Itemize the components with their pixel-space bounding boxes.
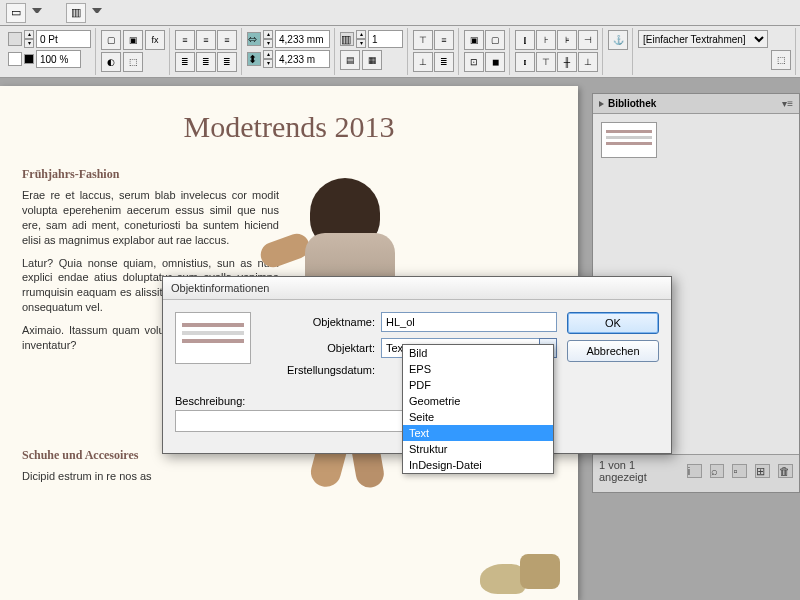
swatch-icon — [24, 54, 34, 64]
corner-icon[interactable]: ⬚ — [123, 52, 143, 72]
screen-mode-icon[interactable]: ▥ — [66, 3, 86, 23]
ok-button[interactable]: OK — [567, 312, 659, 334]
width-icon: ⬄ — [247, 32, 261, 46]
object-type-label: Objektart: — [261, 342, 381, 354]
dropdown-option[interactable]: Seite — [403, 409, 553, 425]
search-icon[interactable]: ⌕ — [710, 464, 725, 478]
align-right-icon[interactable]: ≡ — [217, 30, 237, 50]
dropdown-arrow-icon[interactable] — [92, 8, 102, 18]
view-mode-icon[interactable]: ▭ — [6, 3, 26, 23]
justify-last-icon[interactable]: ≣ — [196, 52, 216, 72]
quick-apply-icon[interactable]: ⬚ — [771, 50, 791, 70]
section-heading: Frühjahrs-Fashion — [22, 166, 279, 182]
body-text: Erae re et laccus, serum blab invelecus … — [22, 188, 279, 247]
new-item-icon[interactable]: ⊞ — [755, 464, 770, 478]
valign-bot-icon[interactable]: ⊥ — [413, 52, 433, 72]
dist-mid-icon[interactable]: ╫ — [557, 52, 577, 72]
panel-menu-icon[interactable]: ▾≡ — [782, 98, 793, 109]
dist-bot-icon[interactable]: ⊥ — [578, 52, 598, 72]
new-icon[interactable]: ▫ — [732, 464, 747, 478]
dist-center-icon[interactable]: ⊧ — [557, 30, 577, 50]
valign-mid-icon[interactable]: ≡ — [434, 30, 454, 50]
fx-icon[interactable]: fx — [145, 30, 165, 50]
dropdown-arrow-icon[interactable] — [32, 8, 42, 18]
body-text: Dicipid estrum in re nos as — [22, 469, 279, 484]
disclosure-triangle-icon[interactable] — [599, 101, 604, 107]
stroke-weight-field[interactable]: ▴▾ — [8, 30, 91, 48]
dropdown-option[interactable]: Struktur — [403, 441, 553, 457]
width-input[interactable] — [275, 30, 330, 48]
panel-tab[interactable]: Bibliothek ▾≡ — [593, 94, 799, 114]
status-text: 1 von 1 angezeigt — [599, 459, 679, 483]
dist-left-icon[interactable]: ⊦ — [536, 30, 556, 50]
dropdown-option[interactable]: Geometrie — [403, 393, 553, 409]
panel-title: Bibliothek — [608, 98, 656, 109]
library-item-thumb[interactable] — [601, 122, 657, 158]
creation-date-label: Erstellungsdatum: — [261, 364, 381, 376]
page-title: Modetrends 2013 — [0, 86, 578, 160]
accessories-image — [480, 534, 560, 594]
menu-bar: ▭ ▥ — [0, 0, 800, 26]
zoom-input[interactable] — [36, 50, 81, 68]
anchor-icon[interactable]: ⚓ — [608, 30, 628, 50]
dropdown-option[interactable]: PDF — [403, 377, 553, 393]
effects-icon[interactable]: ▢ — [101, 30, 121, 50]
grid-icon[interactable]: ▦ — [362, 50, 382, 70]
wrap-icon[interactable]: ▣ — [123, 30, 143, 50]
zoom-field[interactable] — [8, 50, 91, 68]
dropdown-option[interactable]: InDesign-Datei — [403, 457, 553, 473]
height-icon: ⬍ — [247, 52, 261, 66]
dist-v-icon[interactable]: ⫾ — [515, 52, 535, 72]
dist-h-icon[interactable]: ⫿ — [515, 30, 535, 50]
justify-icon[interactable]: ≣ — [175, 52, 195, 72]
baseline-icon[interactable]: ▤ — [340, 50, 360, 70]
object-name-input[interactable] — [381, 312, 557, 332]
cols-input[interactable] — [368, 30, 403, 48]
frame-type-select[interactable]: [Einfacher Textrahmen] — [638, 30, 768, 48]
cols-icon: ▥ — [340, 32, 354, 46]
workspace: Modetrends 2013 Frühjahrs-Fashion Erae r… — [0, 78, 800, 600]
fill-icon[interactable]: ◼ — [485, 52, 505, 72]
dropdown-option[interactable]: EPS — [403, 361, 553, 377]
opacity-icon[interactable]: ◐ — [101, 52, 121, 72]
align-center-icon[interactable]: ≡ — [196, 30, 216, 50]
cancel-button[interactable]: Abbrechen — [567, 340, 659, 362]
align-left-icon[interactable]: ≡ — [175, 30, 195, 50]
dist-top-icon[interactable]: ⊤ — [536, 52, 556, 72]
stroke-weight-input[interactable] — [36, 30, 91, 48]
valign-top-icon[interactable]: ⊤ — [413, 30, 433, 50]
dropdown-option[interactable]: Text — [403, 425, 553, 441]
panel-footer: 1 von 1 angezeigt i ⌕ ▫ ⊞ 🗑 — [593, 454, 799, 487]
justify-all-icon[interactable]: ≣ — [217, 52, 237, 72]
object-type-dropdown[interactable]: BildEPSPDFGeometrieSeiteTextStrukturInDe… — [402, 344, 554, 474]
object-name-label: Objektname: — [261, 316, 381, 328]
swatch-icon — [8, 52, 22, 66]
dropdown-option[interactable]: Bild — [403, 345, 553, 361]
control-bar: ▴▾ ▢▣fx ◐⬚ ≡≡≡ ≣≣≣ ⬄▴▾ ⬍▴▾ ▥▴▾ ▤▦ ⊤≡ ⊥≣ … — [0, 26, 800, 78]
object-preview-thumb — [175, 312, 251, 364]
stroke-icon — [8, 32, 22, 46]
valign-just-icon[interactable]: ≣ — [434, 52, 454, 72]
dist-right-icon[interactable]: ⊣ — [578, 30, 598, 50]
info-icon[interactable]: i — [687, 464, 702, 478]
height-input[interactable] — [275, 50, 330, 68]
center-icon[interactable]: ⊡ — [464, 52, 484, 72]
trash-icon[interactable]: 🗑 — [778, 464, 793, 478]
dialog-title: Objektinformationen — [163, 277, 671, 300]
fit-content-icon[interactable]: ▣ — [464, 30, 484, 50]
fit-frame-icon[interactable]: ▢ — [485, 30, 505, 50]
